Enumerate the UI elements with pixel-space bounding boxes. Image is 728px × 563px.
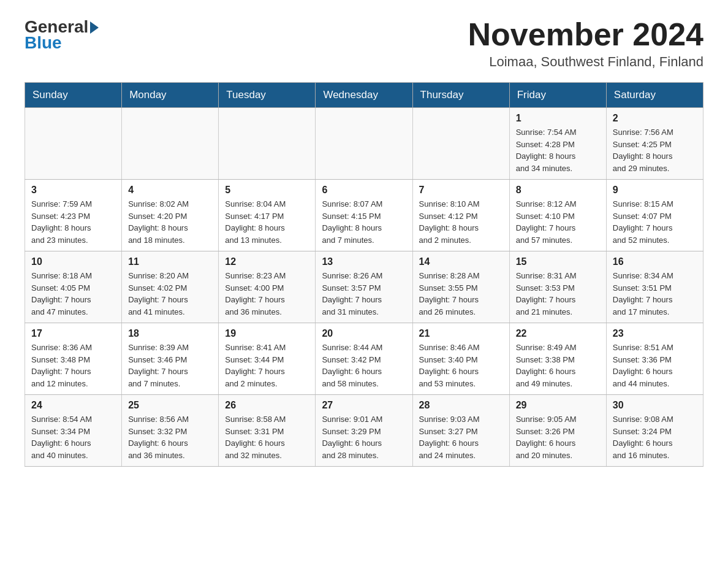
day-info: Sunrise: 8:18 AM Sunset: 4:05 PM Dayligh… [31,270,115,318]
day-number: 12 [225,256,309,267]
calendar-cell: 16Sunrise: 8:34 AM Sunset: 3:51 PM Dayli… [606,251,703,323]
day-info: Sunrise: 8:54 AM Sunset: 3:34 PM Dayligh… [31,413,115,461]
calendar-cell: 18Sunrise: 8:39 AM Sunset: 3:46 PM Dayli… [122,323,219,395]
day-info: Sunrise: 8:46 AM Sunset: 3:40 PM Dayligh… [419,342,503,389]
day-info: Sunrise: 8:26 AM Sunset: 3:57 PM Dayligh… [322,270,406,318]
calendar-week-5: 24Sunrise: 8:54 AM Sunset: 3:34 PM Dayli… [25,395,703,467]
calendar-week-3: 10Sunrise: 8:18 AM Sunset: 4:05 PM Dayli… [25,251,703,323]
day-number: 23 [613,328,697,339]
day-info: Sunrise: 8:10 AM Sunset: 4:12 PM Dayligh… [419,198,503,246]
calendar-cell: 23Sunrise: 8:51 AM Sunset: 3:36 PM Dayli… [606,323,703,395]
day-info: Sunrise: 8:36 AM Sunset: 3:48 PM Dayligh… [31,342,115,389]
day-info: Sunrise: 7:59 AM Sunset: 4:23 PM Dayligh… [31,198,115,246]
day-number: 17 [31,328,115,339]
day-number: 28 [419,400,503,411]
header-friday: Friday [509,83,606,108]
calendar-week-2: 3Sunrise: 7:59 AM Sunset: 4:23 PM Daylig… [25,180,703,251]
day-number: 6 [322,185,406,196]
day-info: Sunrise: 8:07 AM Sunset: 4:15 PM Dayligh… [322,198,406,246]
day-number: 24 [31,400,115,411]
title-block: November 2024 Loimaa, Southwest Finland,… [468,18,703,70]
day-number: 21 [419,328,503,339]
header-tuesday: Tuesday [219,83,316,108]
logo-blue-text: Blue [25,33,62,53]
calendar-cell: 9Sunrise: 8:15 AM Sunset: 4:07 PM Daylig… [606,180,703,251]
calendar-cell: 17Sunrise: 8:36 AM Sunset: 3:48 PM Dayli… [25,323,122,395]
calendar-cell: 12Sunrise: 8:23 AM Sunset: 4:00 PM Dayli… [219,251,316,323]
day-number: 30 [613,400,697,411]
day-number: 4 [128,185,212,196]
logo: General Blue [25,18,99,53]
day-number: 18 [128,328,212,339]
header-sunday: Sunday [25,83,122,108]
day-info: Sunrise: 8:02 AM Sunset: 4:20 PM Dayligh… [128,198,212,246]
location-title: Loimaa, Southwest Finland, Finland [468,54,703,70]
day-number: 7 [419,185,503,196]
day-info: Sunrise: 9:03 AM Sunset: 3:27 PM Dayligh… [419,413,503,461]
day-number: 1 [516,113,600,124]
calendar-cell: 22Sunrise: 8:49 AM Sunset: 3:38 PM Dayli… [509,323,606,395]
day-number: 16 [613,256,697,267]
calendar-cell: 6Sunrise: 8:07 AM Sunset: 4:15 PM Daylig… [316,180,412,251]
day-number: 25 [128,400,212,411]
calendar-cell: 27Sunrise: 9:01 AM Sunset: 3:29 PM Dayli… [316,395,412,467]
day-info: Sunrise: 7:54 AM Sunset: 4:28 PM Dayligh… [516,126,600,174]
calendar-cell: 1Sunrise: 7:54 AM Sunset: 4:28 PM Daylig… [509,108,606,180]
day-number: 26 [225,400,309,411]
header-wednesday: Wednesday [316,83,412,108]
weekday-header-row: Sunday Monday Tuesday Wednesday Thursday… [25,83,703,108]
day-number: 27 [322,400,406,411]
day-info: Sunrise: 8:58 AM Sunset: 3:31 PM Dayligh… [225,413,309,461]
day-number: 29 [516,400,600,411]
day-info: Sunrise: 8:51 AM Sunset: 3:36 PM Dayligh… [613,342,697,389]
page-header: General Blue November 2024 Loimaa, South… [25,18,703,70]
day-info: Sunrise: 8:41 AM Sunset: 3:44 PM Dayligh… [225,342,309,389]
calendar-cell: 8Sunrise: 8:12 AM Sunset: 4:10 PM Daylig… [509,180,606,251]
header-thursday: Thursday [412,83,509,108]
day-number: 3 [31,185,115,196]
day-number: 19 [225,328,309,339]
day-number: 8 [516,185,600,196]
logo-arrow-icon [90,21,99,34]
calendar-cell: 2Sunrise: 7:56 AM Sunset: 4:25 PM Daylig… [606,108,703,180]
calendar-cell [412,108,509,180]
day-number: 13 [322,256,406,267]
day-info: Sunrise: 9:01 AM Sunset: 3:29 PM Dayligh… [322,413,406,461]
day-info: Sunrise: 8:04 AM Sunset: 4:17 PM Dayligh… [225,198,309,246]
day-number: 20 [322,328,406,339]
day-info: Sunrise: 9:05 AM Sunset: 3:26 PM Dayligh… [516,413,600,461]
calendar-cell: 26Sunrise: 8:58 AM Sunset: 3:31 PM Dayli… [219,395,316,467]
calendar-cell: 4Sunrise: 8:02 AM Sunset: 4:20 PM Daylig… [122,180,219,251]
day-number: 2 [613,113,697,124]
calendar-cell: 10Sunrise: 8:18 AM Sunset: 4:05 PM Dayli… [25,251,122,323]
day-number: 11 [128,256,212,267]
header-saturday: Saturday [606,83,703,108]
day-number: 15 [516,256,600,267]
calendar-cell: 7Sunrise: 8:10 AM Sunset: 4:12 PM Daylig… [412,180,509,251]
day-number: 5 [225,185,309,196]
day-info: Sunrise: 8:44 AM Sunset: 3:42 PM Dayligh… [322,342,406,389]
calendar-cell: 30Sunrise: 9:08 AM Sunset: 3:24 PM Dayli… [606,395,703,467]
calendar-cell: 3Sunrise: 7:59 AM Sunset: 4:23 PM Daylig… [25,180,122,251]
calendar-cell: 5Sunrise: 8:04 AM Sunset: 4:17 PM Daylig… [219,180,316,251]
day-number: 22 [516,328,600,339]
day-info: Sunrise: 8:39 AM Sunset: 3:46 PM Dayligh… [128,342,212,389]
calendar-cell: 11Sunrise: 8:20 AM Sunset: 4:02 PM Dayli… [122,251,219,323]
calendar-cell: 19Sunrise: 8:41 AM Sunset: 3:44 PM Dayli… [219,323,316,395]
month-title: November 2024 [468,18,703,50]
day-info: Sunrise: 8:31 AM Sunset: 3:53 PM Dayligh… [516,270,600,318]
day-number: 14 [419,256,503,267]
day-number: 10 [31,256,115,267]
calendar-cell: 25Sunrise: 8:56 AM Sunset: 3:32 PM Dayli… [122,395,219,467]
day-info: Sunrise: 8:28 AM Sunset: 3:55 PM Dayligh… [419,270,503,318]
calendar-cell: 29Sunrise: 9:05 AM Sunset: 3:26 PM Dayli… [509,395,606,467]
day-info: Sunrise: 8:34 AM Sunset: 3:51 PM Dayligh… [613,270,697,318]
header-monday: Monday [122,83,219,108]
calendar-week-4: 17Sunrise: 8:36 AM Sunset: 3:48 PM Dayli… [25,323,703,395]
calendar-cell: 28Sunrise: 9:03 AM Sunset: 3:27 PM Dayli… [412,395,509,467]
day-info: Sunrise: 8:23 AM Sunset: 4:00 PM Dayligh… [225,270,309,318]
calendar-cell [316,108,412,180]
calendar-cell: 24Sunrise: 8:54 AM Sunset: 3:34 PM Dayli… [25,395,122,467]
calendar-table: Sunday Monday Tuesday Wednesday Thursday… [25,82,703,467]
day-info: Sunrise: 7:56 AM Sunset: 4:25 PM Dayligh… [613,126,697,174]
